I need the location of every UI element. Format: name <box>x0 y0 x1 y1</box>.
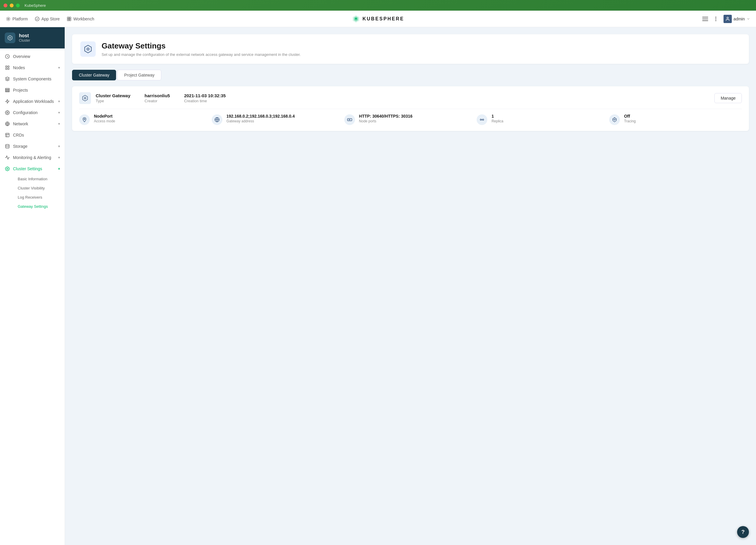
svg-rect-22 <box>8 68 9 69</box>
help-label: ? <box>742 529 745 535</box>
cluster-settings-chevron: ▾ <box>58 167 60 171</box>
more-icon[interactable] <box>713 16 719 22</box>
svg-marker-30 <box>86 47 89 51</box>
svg-rect-21 <box>6 68 7 69</box>
configuration-chevron: ▾ <box>58 110 60 115</box>
svg-point-33 <box>84 118 85 120</box>
gateway-address-text: 192.168.0.2;192.168.0.3;192.168.0.4 Gate… <box>227 114 295 123</box>
svg-point-28 <box>6 144 9 145</box>
svg-point-13 <box>715 18 716 19</box>
platform-menu[interactable]: Platform <box>6 17 28 21</box>
sidebar-item-configuration[interactable]: Configuration ▾ <box>0 107 65 118</box>
manage-button[interactable]: Manage <box>714 93 742 103</box>
network-chevron: ▾ <box>58 122 60 126</box>
sidebar-item-storage[interactable]: Storage ▾ <box>0 141 65 152</box>
svg-marker-17 <box>9 37 11 39</box>
configuration-icon <box>5 110 10 115</box>
svg-rect-10 <box>702 19 708 19</box>
gateway-name-group: Cluster Gateway Type <box>96 93 131 103</box>
maximize-dot[interactable] <box>16 4 20 7</box>
help-button[interactable]: ? <box>737 526 749 538</box>
gateway-tabs: Cluster Gateway Project Gateway <box>72 70 749 80</box>
workbench-menu[interactable]: Workbench <box>67 17 94 21</box>
sidebar-item-app-workloads[interactable]: Application Workloads ▾ <box>0 96 65 107</box>
sidebar-item-projects[interactable]: Projects <box>0 84 65 96</box>
svg-point-36 <box>480 119 482 121</box>
svg-rect-11 <box>702 20 708 21</box>
platform-icon <box>6 17 11 21</box>
creator-group: harrisonliu5 Creator <box>145 93 170 103</box>
node-ports-label: Node ports <box>359 119 413 123</box>
detail-tracing: Off Tracing <box>609 114 742 125</box>
topnav-right: admin <box>702 15 750 23</box>
close-dot[interactable] <box>4 4 7 7</box>
sidebar-item-label-network: Network <box>13 121 28 126</box>
sidebar-item-monitoring[interactable]: Monitoring & Alerting ▾ <box>0 152 65 163</box>
user-label: admin <box>734 17 745 21</box>
sidebar-item-label-overview: Overview <box>13 54 30 59</box>
appstore-icon <box>35 17 40 21</box>
sidebar-sub-log-receivers[interactable]: Log Receivers <box>13 193 65 202</box>
sidebar-item-label-configuration: Configuration <box>13 110 38 115</box>
svg-point-15 <box>727 17 728 19</box>
access-mode-label: Access mode <box>94 119 115 123</box>
monitoring-icon <box>5 155 10 160</box>
sidebar-item-network[interactable]: Network ▾ <box>0 118 65 129</box>
tab-cluster-gateway[interactable]: Cluster Gateway <box>72 70 116 80</box>
svg-rect-19 <box>6 66 7 67</box>
storage-icon <box>5 144 10 149</box>
gateway-card: Cluster Gateway Type harrisonliu5 Creato… <box>72 86 749 131</box>
cluster-icon <box>5 32 15 43</box>
top-navigation: Platform App Store Workbench KUBESPHERE <box>0 11 756 27</box>
platform-label: Platform <box>12 17 28 21</box>
sidebar-item-system-components[interactable]: System Components <box>0 73 65 84</box>
tab-cluster-gateway-label: Cluster Gateway <box>79 73 109 77</box>
detail-replica: 1 Replica <box>477 114 609 125</box>
node-ports-icon <box>344 114 355 125</box>
svg-rect-5 <box>69 19 71 20</box>
gateway-address-icon <box>212 114 222 125</box>
sidebar-item-crds[interactable]: CRDs <box>0 129 65 141</box>
user-menu[interactable]: admin <box>724 15 750 23</box>
sidebar-item-label-projects: Projects <box>13 88 28 92</box>
gateway-card-info: Cluster Gateway Type harrisonliu5 Creato… <box>96 93 710 103</box>
nodes-chevron: ▾ <box>58 66 60 70</box>
appstore-label: App Store <box>41 17 60 21</box>
sidebar-nav: Overview Nodes ▾ Syste <box>0 48 65 213</box>
sidebar-item-overview[interactable]: Overview <box>0 51 65 62</box>
app-workloads-chevron: ▾ <box>58 99 60 103</box>
sidebar-toggle[interactable] <box>702 16 708 22</box>
svg-rect-23 <box>5 88 9 89</box>
replica-icon <box>477 114 487 125</box>
workbench-label: Workbench <box>73 17 94 21</box>
sidebar-sub-gateway-settings[interactable]: Gateway Settings <box>13 202 65 211</box>
appstore-menu[interactable]: App Store <box>35 17 60 21</box>
access-mode-text: NodePort Access mode <box>94 114 115 123</box>
cluster-header[interactable]: host Cluster <box>0 27 65 48</box>
svg-rect-27 <box>6 133 9 137</box>
minimize-dot[interactable] <box>10 4 14 7</box>
tracing-icon <box>609 114 620 125</box>
gateway-name: Cluster Gateway <box>96 93 131 98</box>
detail-gateway-address: 192.168.0.2;192.168.0.3;192.168.0.4 Gate… <box>212 114 344 125</box>
sidebar-item-nodes[interactable]: Nodes ▾ <box>0 62 65 73</box>
user-dropdown-icon <box>747 17 750 21</box>
gateway-address-label: Gateway address <box>227 119 295 123</box>
gateway-address-value: 192.168.0.2;192.168.0.3;192.168.0.4 <box>227 114 295 118</box>
sidebar-item-label-cluster-settings: Cluster Settings <box>13 166 42 171</box>
user-avatar <box>724 15 732 23</box>
tab-project-gateway[interactable]: Project Gateway <box>117 70 161 80</box>
basic-information-label: Basic Information <box>18 177 47 181</box>
sidebar-item-label-nodes: Nodes <box>13 65 25 70</box>
monitoring-chevron: ▾ <box>58 155 60 160</box>
replica-label: Replica <box>491 119 503 123</box>
sidebar-item-label-system-components: System Components <box>13 77 51 81</box>
svg-point-14 <box>715 20 716 21</box>
svg-rect-9 <box>702 17 708 17</box>
sidebar-sub-cluster-visibility[interactable]: Cluster Visibility <box>13 183 65 193</box>
titlebar: KubeSphere <box>0 0 756 11</box>
gateway-card-header: Cluster Gateway Type harrisonliu5 Creato… <box>79 92 742 109</box>
sidebar-item-cluster-settings[interactable]: Cluster Settings ▾ <box>0 163 65 174</box>
sidebar-sub-basic-information[interactable]: Basic Information <box>13 174 65 183</box>
app-workloads-icon <box>5 99 10 104</box>
